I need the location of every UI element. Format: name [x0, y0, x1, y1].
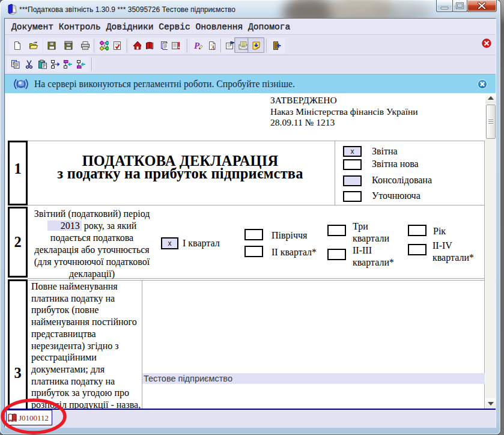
- svg-text:A: A: [211, 45, 215, 50]
